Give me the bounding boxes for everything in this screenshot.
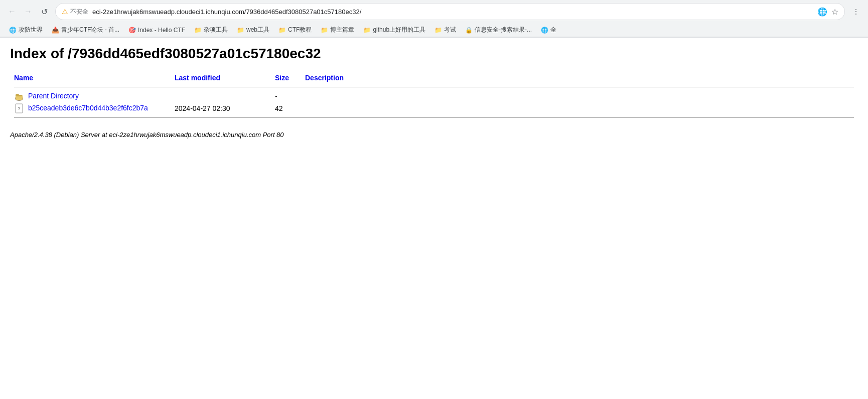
- bookmark-icon-github: 📁: [363, 27, 371, 34]
- bookmark-github-tools[interactable]: 📁 github上好用的工具: [359, 24, 429, 36]
- entry-name-cell: Parent Directory: [10, 90, 171, 102]
- browser-toolbar: ← → ↺ ⚠ 不安全 eci-2ze1hrwujak6mswueadp.clo…: [0, 0, 868, 23]
- bookmark-exam[interactable]: 📁 考试: [430, 24, 460, 36]
- bookmark-web-tools[interactable]: 📁 web工具: [233, 24, 273, 36]
- bookmark-label-hello-ctf: Index - Hello CTF: [138, 27, 185, 34]
- bookmark-gongfang[interactable]: 🌐 攻防世界: [5, 24, 47, 36]
- parent-directory-link[interactable]: Parent Directory: [28, 92, 79, 100]
- security-label: 不安全: [70, 8, 88, 16]
- folder-icon: [14, 91, 24, 101]
- file-desc-cell: [301, 102, 858, 114]
- address-bar[interactable]: ⚠ 不安全 eci-2ze1hrwujak6mswueadp.cloudeci1…: [55, 3, 845, 20]
- bookmark-icon-exam: 📁: [435, 27, 442, 34]
- sort-size-link[interactable]: Size: [275, 74, 289, 82]
- col-header-description: Description: [301, 72, 858, 84]
- file-link[interactable]: b25ceadeb3de6c7b0d44b3e2f6fc2b7a: [28, 104, 148, 112]
- security-icon: ⚠: [62, 8, 68, 16]
- file-size-cell: 42: [271, 102, 301, 114]
- back-button[interactable]: ←: [5, 5, 19, 19]
- extensions-button[interactable]: ⋮: [849, 5, 863, 19]
- sort-desc-link[interactable]: Description: [305, 74, 344, 82]
- parent-size-cell: -: [271, 90, 301, 102]
- footer-separator: [10, 114, 858, 121]
- bookmarks-bar: 🌐 攻防世界 📥 青少年CTF论坛 - 首... 🎯 Index - Hello…: [0, 23, 868, 37]
- bookmark-label-ctf-tutorial: CTF教程: [288, 26, 312, 34]
- sort-name-link[interactable]: Name: [14, 74, 33, 82]
- entry-name-cell: ? b25ceadeb3de6c7b0d44b3e2f6fc2b7a: [10, 102, 171, 114]
- bookmark-label-blog: 博主篇章: [330, 26, 354, 34]
- bookmark-label-misc: 杂项工具: [204, 26, 228, 34]
- svg-text:?: ?: [18, 106, 20, 111]
- page-content: Index of /7936dd465edf3080527a01c57180ec…: [0, 38, 868, 147]
- bookmark-ctf-forum[interactable]: 📥 青少年CTF论坛 - 首...: [48, 24, 123, 36]
- bookmark-icon-ctf-tutorial: 📁: [278, 27, 286, 34]
- table-header-row: Name Last modified Size Description: [10, 72, 858, 84]
- file-modified-cell: 2024-04-27 02:30: [171, 102, 271, 114]
- col-header-size: Size: [271, 72, 301, 84]
- security-warning: ⚠ 不安全: [62, 8, 88, 16]
- bookmark-label-ctf-forum: 青少年CTF论坛 - 首...: [61, 26, 119, 34]
- sort-modified-link[interactable]: Last modified: [175, 74, 220, 82]
- col-header-modified: Last modified: [171, 72, 271, 84]
- bookmark-icon-hello-ctf: 🎯: [128, 27, 136, 34]
- page-title: Index of /7936dd465edf3080527a01c57180ec…: [10, 46, 858, 62]
- directory-table: Name Last modified Size Description: [10, 72, 858, 121]
- header-separator: [10, 84, 858, 90]
- bookmark-icon-misc: 📁: [194, 27, 202, 34]
- bookmark-ctf-tutorial[interactable]: 📁 CTF教程: [274, 24, 316, 36]
- bookmark-icon-gongfang: 🌐: [9, 27, 17, 34]
- nav-buttons: ← → ↺: [5, 5, 51, 19]
- col-header-name: Name: [10, 72, 171, 84]
- toolbar-icons: ⋮: [849, 5, 863, 19]
- bookmark-blog[interactable]: 📁 博主篇章: [317, 24, 358, 36]
- star-icon[interactable]: ☆: [831, 7, 838, 17]
- bookmark-label-exam: 考试: [444, 26, 456, 34]
- bookmark-icon-web: 📁: [237, 27, 244, 34]
- server-footer: Apache/2.4.38 (Debian) Server at eci-2ze…: [10, 131, 858, 139]
- parent-desc-cell: [301, 90, 858, 102]
- bookmark-security[interactable]: 🔒 信息安全-搜索結果-...: [461, 24, 536, 36]
- table-row: Parent Directory -: [10, 90, 858, 102]
- file-icon: ?: [14, 103, 24, 113]
- forward-button[interactable]: →: [21, 5, 35, 19]
- address-text: eci-2ze1hrwujak6mswueadp.cloudeci1.ichun…: [92, 8, 813, 16]
- bookmark-icon-blog: 📁: [321, 27, 328, 34]
- bookmark-label-globe: 全: [550, 26, 556, 34]
- bookmark-label-github: github上好用的工具: [373, 26, 425, 34]
- bookmark-label-security: 信息安全-搜索結果-...: [475, 26, 532, 34]
- translate-icon[interactable]: 🌐: [817, 7, 827, 17]
- browser-chrome: ← → ↺ ⚠ 不安全 eci-2ze1hrwujak6mswueadp.clo…: [0, 0, 868, 38]
- bookmark-icon-security: 🔒: [465, 27, 473, 34]
- parent-modified-cell: [171, 90, 271, 102]
- bookmark-hello-ctf[interactable]: 🎯 Index - Hello CTF: [124, 25, 189, 35]
- reload-button[interactable]: ↺: [37, 5, 51, 19]
- table-row: ? b25ceadeb3de6c7b0d44b3e2f6fc2b7a 2024-…: [10, 102, 858, 114]
- bookmark-label-gongfang: 攻防世界: [19, 26, 43, 34]
- bookmark-icon-ctf-forum: 📥: [52, 27, 59, 34]
- bookmark-globe[interactable]: 🌐 全: [537, 24, 560, 36]
- bookmark-misc-tools[interactable]: 📁 杂项工具: [190, 24, 232, 36]
- bookmark-icon-globe: 🌐: [541, 27, 548, 34]
- bookmark-label-web: web工具: [246, 26, 269, 34]
